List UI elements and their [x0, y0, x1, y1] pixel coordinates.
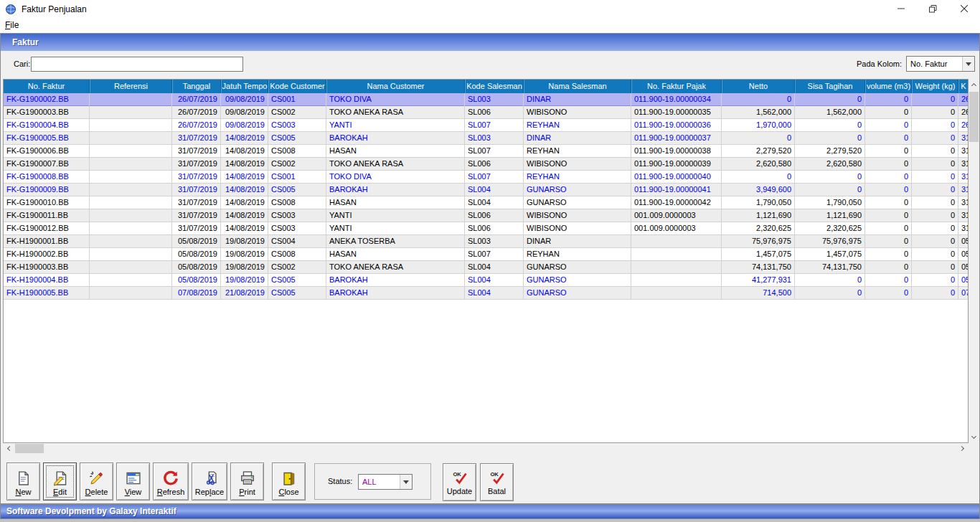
cell-referensi: [90, 119, 172, 132]
table-row[interactable]: FK-H1900004.BB05/08/201919/08/2019CS005B…: [4, 274, 968, 287]
cell-no_faktur: FK-H1900003.BB: [4, 261, 90, 274]
view-button[interactable]: View: [116, 462, 150, 500]
cell-volume: 0: [865, 119, 912, 132]
chevron-down-icon[interactable]: [400, 475, 412, 489]
cell-referensi: [90, 158, 172, 171]
cell-weight: 0: [912, 171, 958, 184]
column-header-k[interactable]: K: [958, 80, 969, 93]
cell-kode_salesman: SL007: [465, 171, 524, 184]
cell-netto: 1,970,000: [722, 119, 795, 132]
scroll-down-icon[interactable]: [969, 432, 979, 443]
status-dropdown[interactable]: ALL: [358, 474, 413, 490]
table-row[interactable]: FK-G1900011.BB31/07/201914/08/2019CS003Y…: [4, 209, 968, 222]
column-header-weight[interactable]: Weight (kg): [912, 80, 958, 93]
table-row[interactable]: FK-H1900003.BB05/08/201919/08/2019CS002T…: [4, 261, 968, 274]
delete-button[interactable]: Delete: [80, 462, 113, 500]
print-button-label: Print: [239, 488, 255, 496]
table-row[interactable]: FK-G1900010.BB31/07/201914/08/2019CS008H…: [4, 196, 968, 209]
update-button[interactable]: OK Update: [443, 463, 476, 501]
table-row[interactable]: FK-G1900005.BB31/07/201914/08/2019CS005B…: [4, 132, 968, 145]
cell-referensi: [90, 261, 172, 274]
table-row[interactable]: FK-G1900009.BB31/07/201914/08/2019CS005B…: [4, 184, 968, 196]
cell-sisa_tagihan: 0: [795, 287, 865, 300]
chevron-down-icon[interactable]: [962, 57, 974, 71]
table-row[interactable]: FK-G1900012.BB31/07/201914/08/2019CS003Y…: [4, 222, 968, 235]
cell-sisa_tagihan: 1,790,050: [795, 196, 865, 209]
cell-kode_customer: CS005: [268, 287, 326, 300]
cell-netto: 1,457,075: [722, 248, 795, 261]
cell-nama_salesman: REYHAN: [524, 248, 631, 261]
table-row[interactable]: FK-G1900004.BB26/07/201909/08/2019CS003Y…: [4, 119, 968, 132]
minimize-button[interactable]: [885, 0, 917, 19]
column-header-no_faktur_pajak[interactable]: No. Faktur Pajak: [631, 80, 722, 93]
close-button[interactable]: Close: [272, 462, 306, 500]
table-row[interactable]: FK-G1900007.BB31/07/201914/08/2019CS002T…: [4, 158, 968, 171]
cell-kode_customer: CS008: [268, 145, 326, 158]
column-header-kode_customer[interactable]: Kode Customer: [268, 80, 326, 93]
replace-button[interactable]: Replace: [192, 462, 227, 500]
pada-kolom-label: Pada Kolom:: [857, 60, 902, 68]
scroll-right-icon[interactable]: [957, 443, 969, 454]
search-input[interactable]: [31, 57, 243, 72]
column-header-kode_salesman[interactable]: Kode Salesman: [465, 80, 524, 93]
restore-button[interactable]: [917, 0, 948, 19]
column-header-nama_customer[interactable]: Nama Customer: [326, 80, 465, 93]
cell-k: 26: [958, 106, 969, 119]
cell-volume: 0: [865, 106, 912, 119]
vertical-scrollbar[interactable]: [969, 79, 979, 443]
cell-no_faktur_pajak: [631, 235, 722, 248]
table-row[interactable]: FK-H1900002.BB05/08/201919/08/2019CS008H…: [4, 248, 968, 261]
column-header-nama_salesman[interactable]: Nama Salesman: [524, 80, 631, 93]
table-row[interactable]: FK-G1900003.BB26/07/201909/08/2019CS002T…: [4, 106, 968, 119]
column-header-referensi[interactable]: Referensi: [90, 80, 172, 93]
cell-no_faktur: FK-G1900002.BB: [4, 93, 90, 106]
new-button[interactable]: New: [6, 462, 40, 500]
refresh-button[interactable]: Refresh: [153, 462, 189, 500]
cell-weight: 0: [912, 287, 958, 300]
cell-nama_salesman: WIBISONO: [524, 209, 631, 222]
cell-kode_customer: CS004: [268, 235, 326, 248]
column-header-netto[interactable]: Netto: [722, 80, 795, 93]
cell-weight: 0: [912, 248, 958, 261]
cell-no_faktur_pajak: 011.900-19.00000037: [631, 132, 722, 145]
column-header-sisa_tagihan[interactable]: Sisa Tagihan: [795, 80, 865, 93]
column-header-no_faktur[interactable]: No. Faktur: [4, 80, 90, 93]
globe-icon: [5, 4, 17, 15]
cell-weight: 0: [912, 145, 958, 158]
cell-kode_salesman: SL004: [465, 196, 524, 209]
faktur-table: No. FakturReferensiTanggalJatuh TempoKod…: [3, 79, 969, 443]
horizontal-scrollbar[interactable]: [3, 443, 969, 454]
edit-button[interactable]: Edit: [43, 462, 77, 500]
cell-tanggal: 26/07/2019: [172, 93, 221, 106]
scroll-up-icon[interactable]: [969, 79, 979, 90]
cell-k: 31: [958, 184, 969, 196]
table-row[interactable]: FK-H1900001.BB05/08/201919/08/2019CS004A…: [4, 235, 968, 248]
cell-volume: 0: [865, 287, 912, 300]
table-row[interactable]: FK-G1900008.BB31/07/201914/08/2019CS001T…: [4, 171, 968, 184]
cell-no_faktur_pajak: 011.900-19.00000034: [631, 93, 722, 106]
table-row[interactable]: FK-H1900005.BB07/08/201921/08/2019CS005B…: [4, 287, 968, 300]
close-button[interactable]: [948, 0, 980, 19]
menu-item-file[interactable]: File: [0, 19, 24, 32]
table-row[interactable]: FK-G1900006.BB31/07/201914/08/2019CS008H…: [4, 145, 968, 158]
scroll-left-icon[interactable]: [3, 443, 14, 454]
batal-button[interactable]: OK Batal: [480, 463, 514, 501]
column-header-tanggal[interactable]: Tanggal: [172, 80, 221, 93]
column-header-jatuh_tempo[interactable]: Jatuh Tempo: [221, 80, 268, 93]
cell-kode_customer: CS003: [268, 222, 326, 235]
cell-kode_customer: CS002: [268, 106, 326, 119]
cell-kode_customer: CS001: [268, 171, 326, 184]
column-header-volume[interactable]: volume (m3): [865, 80, 912, 93]
cell-volume: 0: [865, 274, 912, 287]
vertical-scrollbar-thumb[interactable]: [969, 92, 979, 142]
table-row[interactable]: FK-G1900002.BB26/07/201909/08/2019CS001T…: [4, 93, 968, 106]
cell-volume: 0: [865, 196, 912, 209]
cell-no_faktur: FK-G1900011.BB: [4, 209, 90, 222]
cell-netto: 1,790,050: [722, 196, 795, 209]
print-button[interactable]: Print: [230, 462, 264, 500]
cari-label: Cari:: [14, 60, 30, 68]
horizontal-scrollbar-thumb[interactable]: [15, 444, 44, 453]
cell-nama_customer: HASAN: [326, 248, 465, 261]
pada-kolom-dropdown[interactable]: No. Faktur: [906, 56, 975, 72]
cell-nama_salesman: GUNARSO: [524, 261, 631, 274]
